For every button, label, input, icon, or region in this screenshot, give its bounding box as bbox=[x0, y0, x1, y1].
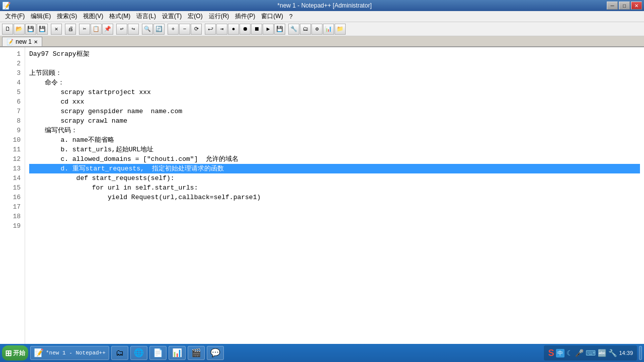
save-all-button[interactable]: 💾 bbox=[37, 24, 48, 35]
start-button[interactable]: ⊞ 开始 bbox=[2, 345, 28, 360]
code-line-2[interactable] bbox=[29, 59, 640, 68]
menu-settings[interactable]: 设置(T) bbox=[159, 11, 185, 22]
taskbar: ⊞ 开始 📝 *new 1 - Notepad++ 🗂 🌐 📄 📊 🎬 💬 S … bbox=[0, 344, 644, 362]
find-button[interactable]: 🔍 bbox=[142, 24, 153, 35]
menu-file[interactable]: 文件(F) bbox=[2, 11, 28, 22]
tray-icon-speech[interactable]: 🎤 bbox=[575, 349, 584, 357]
code-line-18[interactable] bbox=[29, 212, 640, 221]
tray-icon-keyboard[interactable]: ⌨ bbox=[586, 349, 596, 357]
menu-plugins[interactable]: 插件(P) bbox=[232, 11, 258, 22]
taskbar-app4-icon: 📊 bbox=[172, 348, 182, 358]
line-number-14: 14 bbox=[0, 173, 21, 183]
open-button[interactable]: 📂 bbox=[14, 24, 25, 35]
indent-button[interactable]: ⇥ bbox=[216, 24, 227, 35]
play-button[interactable]: ▶ bbox=[263, 24, 274, 35]
tools1-button[interactable]: 🔧 bbox=[288, 24, 299, 35]
tools5-button[interactable]: 📁 bbox=[335, 24, 346, 35]
menu-window[interactable]: 窗口(W) bbox=[258, 11, 286, 22]
taskbar-notepad[interactable]: 📝 *new 1 - Notepad++ bbox=[30, 346, 109, 360]
menu-macro[interactable]: 宏(O) bbox=[185, 11, 205, 22]
record-button[interactable]: ⏺ bbox=[239, 24, 251, 35]
line-number-8: 8 bbox=[0, 116, 21, 126]
taskbar-explorer-1[interactable]: 🗂 bbox=[111, 346, 128, 360]
code-line-9[interactable]: 编写代码： bbox=[29, 126, 640, 135]
tools3-button[interactable]: ⚙ bbox=[311, 24, 323, 35]
code-line-4[interactable]: 命令： bbox=[29, 78, 640, 87]
taskbar-explorer-2[interactable]: 🌐 bbox=[130, 346, 147, 360]
zoom-out-button[interactable]: − bbox=[179, 24, 190, 35]
taskbar-app-5[interactable]: 🎬 bbox=[188, 346, 205, 360]
stop-button[interactable]: ⏹ bbox=[251, 24, 262, 35]
code-line-7[interactable]: scrapy genspider name name.com bbox=[29, 107, 640, 116]
maximize-button[interactable]: □ bbox=[619, 2, 630, 10]
tab-bar: 📝 new 1 ✕ bbox=[0, 36, 644, 47]
tray-icon-lang[interactable]: 🔤 bbox=[598, 349, 606, 357]
code-line-15[interactable]: for url in self.start_urls: bbox=[29, 183, 640, 193]
line-number-5: 5 bbox=[0, 87, 21, 97]
replace-button[interactable]: 🔄 bbox=[153, 24, 165, 35]
editor[interactable]: 12345678910111213141516171819 Day97 Scra… bbox=[0, 47, 644, 349]
code-line-11[interactable]: b. start_urls,起始URL地址 bbox=[29, 145, 640, 154]
minimize-button[interactable]: ─ bbox=[607, 2, 618, 10]
tools4-button[interactable]: 📊 bbox=[323, 24, 334, 35]
save-button[interactable]: 💾 bbox=[25, 24, 36, 35]
taskbar-app6-icon: 💬 bbox=[210, 348, 220, 358]
line-number-3: 3 bbox=[0, 68, 21, 78]
menu-format[interactable]: 格式(M) bbox=[106, 11, 133, 22]
menu-edit[interactable]: 编辑(E) bbox=[28, 11, 54, 22]
code-line-6[interactable]: cd xxx bbox=[29, 97, 640, 107]
code-line-8[interactable]: scrapy crawl name bbox=[29, 116, 640, 126]
macro-button[interactable]: ● bbox=[228, 24, 239, 35]
close-button[interactable]: ✕ bbox=[631, 2, 642, 10]
tray-icon-settings[interactable]: 🔧 bbox=[608, 349, 617, 357]
taskbar-word-icon: 📄 bbox=[153, 348, 163, 358]
copy-button[interactable]: 📋 bbox=[91, 24, 102, 35]
toolbar: 🗋 📂 💾 💾 ✕ 🖨 ✂ 📋 📌 ↩ ↪ 🔍 🔄 + − ⟳ ⮐ ⇥ ● ⏺ … bbox=[0, 22, 644, 36]
window-controls: ─ □ ✕ bbox=[607, 2, 642, 10]
tray-time: 14:39 bbox=[619, 349, 633, 356]
save-macro-button[interactable]: 💾 bbox=[274, 24, 285, 35]
line-number-2: 2 bbox=[0, 59, 21, 68]
tools2-button[interactable]: 🗂 bbox=[300, 24, 311, 35]
tray-icon-moon[interactable]: ☾ bbox=[567, 349, 573, 357]
code-area[interactable]: Day97 Scrapy框架上节回顾： 命令： scrapy startproj… bbox=[25, 47, 644, 349]
code-line-19[interactable] bbox=[29, 221, 640, 231]
code-line-3[interactable]: 上节回顾： bbox=[29, 68, 640, 78]
line-number-12: 12 bbox=[0, 154, 21, 164]
menu-run[interactable]: 运行(R) bbox=[206, 11, 232, 22]
menu-view[interactable]: 视图(V) bbox=[80, 11, 106, 22]
taskbar-app-4[interactable]: 📊 bbox=[169, 346, 186, 360]
print-button[interactable]: 🖨 bbox=[65, 24, 76, 35]
menu-search[interactable]: 搜索(S) bbox=[54, 11, 80, 22]
undo-button[interactable]: ↩ bbox=[116, 24, 127, 35]
code-line-10[interactable]: a. name不能省略 bbox=[29, 135, 640, 145]
code-line-12[interactable]: c. allowed_domains = ["chouti.com"] 允许的域… bbox=[29, 154, 640, 164]
redo-button[interactable]: ↪ bbox=[128, 24, 139, 35]
new-button[interactable]: 🗋 bbox=[2, 24, 13, 35]
menu-help[interactable]: ? bbox=[286, 12, 296, 21]
show-desktop-button[interactable] bbox=[639, 346, 642, 360]
cut-button[interactable]: ✂ bbox=[79, 24, 90, 35]
line-number-10: 10 bbox=[0, 135, 21, 145]
code-line-14[interactable]: def start_requests(self): bbox=[29, 173, 640, 183]
zoom-in-button[interactable]: + bbox=[168, 24, 179, 35]
menu-language[interactable]: 语言(L) bbox=[133, 11, 159, 22]
taskbar-app-6[interactable]: 💬 bbox=[207, 346, 224, 360]
tab-close-button[interactable]: ✕ bbox=[34, 39, 38, 45]
line-number-18: 18 bbox=[0, 212, 21, 221]
tray-icon-1[interactable]: S bbox=[548, 348, 554, 358]
code-line-5[interactable]: scrapy startproject xxx bbox=[29, 87, 640, 97]
close-button[interactable]: ✕ bbox=[51, 24, 62, 35]
sync-button[interactable]: ⟳ bbox=[191, 24, 202, 35]
line-number-11: 11 bbox=[0, 145, 21, 154]
wordwrap-button[interactable]: ⮐ bbox=[205, 24, 216, 35]
code-line-13[interactable]: d. 重写start_requests, 指定初始处理请求的函数 bbox=[29, 164, 640, 173]
code-line-1[interactable]: Day97 Scrapy框架 bbox=[29, 49, 640, 59]
taskbar-app-3[interactable]: 📄 bbox=[149, 346, 167, 360]
code-line-16[interactable]: yield Request(url,callback=self.parse1) bbox=[29, 193, 640, 202]
paste-button[interactable]: 📌 bbox=[102, 24, 113, 35]
tab-new1[interactable]: 📝 new 1 ✕ bbox=[2, 37, 42, 46]
tray-icon-ime[interactable]: 中 bbox=[556, 349, 565, 357]
taskbar-app5-icon: 🎬 bbox=[191, 348, 201, 358]
code-line-17[interactable] bbox=[29, 202, 640, 212]
